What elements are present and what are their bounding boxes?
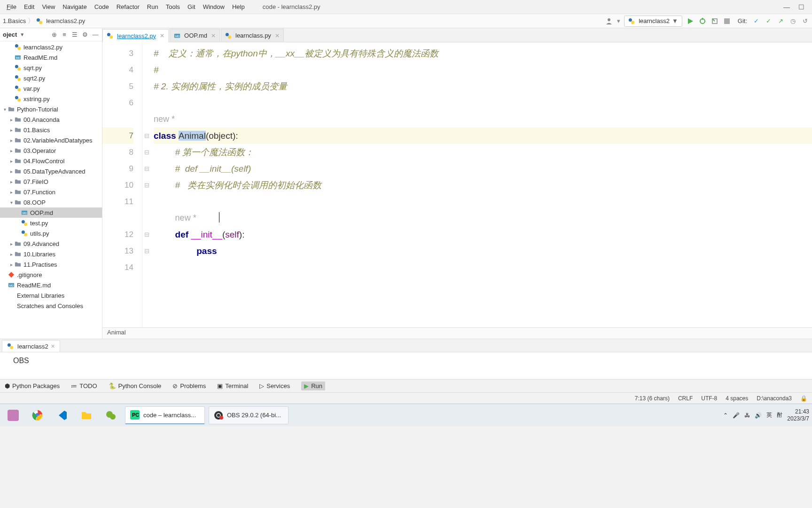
run-button[interactable]: [686, 17, 695, 25]
problems-button[interactable]: ⊘Problems: [172, 382, 206, 389]
folder-item[interactable]: ▾Python-Tutorial: [0, 104, 102, 114]
expand-all-icon[interactable]: ≡: [61, 31, 68, 39]
git-update-icon[interactable]: ✓: [752, 17, 760, 25]
editor[interactable]: 34567891011121314 ⊟⊟⊟⊟⊟⊟ # 定义：通常，在python…: [102, 42, 812, 327]
collapse-all-icon[interactable]: ☰: [71, 31, 78, 39]
app-icon-1[interactable]: [3, 406, 23, 424]
file-encoding[interactable]: UTF-8: [701, 395, 717, 402]
file-item[interactable]: sqrt2.py: [0, 73, 102, 83]
terminal-button[interactable]: ▣Terminal: [217, 382, 248, 389]
stop-button[interactable]: [723, 17, 731, 25]
run-tool-button[interactable]: ▶Run: [301, 381, 325, 390]
structure-breadcrumb[interactable]: Animal: [102, 327, 812, 339]
folder-item[interactable]: ▾08.OOP: [0, 197, 102, 207]
folder-item[interactable]: ▸03.Operator: [0, 145, 102, 156]
hide-icon[interactable]: —: [92, 31, 99, 39]
services-button[interactable]: ▷Services: [259, 382, 290, 389]
folder-item[interactable]: ▸04.FlowControl: [0, 156, 102, 166]
scratches[interactable]: Scratches and Consoles: [0, 301, 102, 311]
folder-item[interactable]: ▸11.Practises: [0, 259, 102, 270]
file-item[interactable]: sqrt.py: [0, 63, 102, 73]
run-tab[interactable]: learnclass2 ✕: [2, 340, 60, 352]
run-output-panel[interactable]: OBS: [0, 352, 812, 379]
minimize-button[interactable]: —: [783, 3, 790, 11]
file-item[interactable]: var.py: [0, 83, 102, 94]
menu-help[interactable]: Help: [228, 1, 249, 12]
editor-tab[interactable]: MDOOP.md✕: [170, 29, 220, 42]
close-icon[interactable]: ✕: [275, 32, 280, 39]
folder-item[interactable]: ▸02.VariableAndDatatypes: [0, 135, 102, 145]
volume-icon[interactable]: 🔊: [755, 412, 762, 419]
python-console-button[interactable]: 🐍Python Console: [109, 382, 162, 389]
fold-column[interactable]: ⊟⊟⊟⊟⊟⊟: [142, 42, 151, 327]
maximize-button[interactable]: ☐: [798, 3, 804, 11]
python-interpreter[interactable]: D:\anaconda3: [757, 395, 792, 402]
folder-item[interactable]: ▸09.Advanced: [0, 238, 102, 249]
cursor-position[interactable]: 7:13 (6 chars): [635, 395, 670, 402]
folder-item[interactable]: ▸05.DataTypeAdvanced: [0, 166, 102, 176]
select-opened-file-icon[interactable]: ⊕: [50, 31, 58, 39]
ime-indicator-2[interactable]: 酎: [777, 411, 782, 419]
folder-item[interactable]: ▸01.Basics: [0, 125, 102, 135]
folder-item[interactable]: ▸07.Function: [0, 187, 102, 197]
taskbar-app-pycharm[interactable]: PC code – learnclass...: [125, 406, 205, 424]
user-icon[interactable]: [605, 17, 613, 25]
code-content[interactable]: # 定义：通常，在python中，__xx__被定义为具有特殊含义的魔法函数 #…: [151, 42, 812, 327]
lock-icon[interactable]: 🔒: [800, 395, 807, 402]
python-packages-button[interactable]: ⬢Python Packages: [5, 382, 60, 389]
menu-run[interactable]: Run: [143, 1, 162, 12]
file-explorer-icon[interactable]: [76, 406, 97, 424]
close-icon[interactable]: ✕: [160, 32, 164, 39]
indent-settings[interactable]: 4 spaces: [726, 395, 748, 402]
menu-view[interactable]: View: [38, 1, 59, 12]
git-commit-icon[interactable]: ✓: [764, 17, 773, 25]
breadcrumb-part[interactable]: 1.Basics: [3, 17, 26, 24]
file-item[interactable]: learnclass2.py: [0, 42, 102, 52]
git-history-icon[interactable]: ◷: [789, 17, 797, 25]
wechat-icon[interactable]: [101, 406, 121, 424]
git-push-icon[interactable]: ↗: [776, 17, 785, 25]
file-item[interactable]: test.py: [0, 218, 102, 228]
debug-button[interactable]: [698, 17, 707, 25]
menu-navigate[interactable]: Navigate: [59, 1, 90, 12]
menu-refactor[interactable]: Refactor: [113, 1, 143, 12]
folder-item[interactable]: ▸00.Anaconda: [0, 114, 102, 125]
menu-code[interactable]: Code: [91, 1, 113, 12]
chrome-icon[interactable]: [27, 406, 48, 424]
file-item[interactable]: .gitignore: [0, 270, 102, 280]
file-item[interactable]: utils.py: [0, 228, 102, 238]
breadcrumb-part[interactable]: learnclass2.py: [46, 17, 85, 24]
editor-tab[interactable]: learnclass2.py✕: [102, 29, 169, 42]
project-tree[interactable]: learnclass2.pyMDReadME.mdsqrt.pysqrt2.py…: [0, 41, 102, 339]
file-item[interactable]: xstring.py: [0, 94, 102, 104]
menu-edit[interactable]: Edit: [20, 1, 38, 12]
vscode-icon[interactable]: [52, 406, 72, 424]
git-rollback-icon[interactable]: ↺: [801, 17, 809, 25]
line-gutter[interactable]: 34567891011121314: [102, 42, 142, 327]
taskbar-app-obs[interactable]: OBS 29.0.2 (64-bi...: [209, 406, 289, 424]
menu-file[interactable]: File: [3, 1, 20, 12]
network-icon[interactable]: 🖧: [744, 412, 750, 419]
editor-tab[interactable]: learnclass.py✕: [221, 29, 284, 42]
gear-icon[interactable]: ⚙: [81, 31, 89, 39]
clock[interactable]: 21:43 2023/3/7: [787, 408, 809, 422]
todo-button[interactable]: ≔TODO: [71, 382, 97, 389]
close-icon[interactable]: ✕: [211, 32, 216, 39]
folder-item[interactable]: ▸07.FileIO: [0, 176, 102, 187]
ime-indicator[interactable]: 英: [766, 411, 772, 419]
close-icon[interactable]: ✕: [51, 343, 55, 349]
file-item[interactable]: MDReadME.md: [0, 280, 102, 290]
chevron-down-icon[interactable]: ▼: [20, 32, 24, 37]
external-libraries[interactable]: External Libraries: [0, 290, 102, 301]
menu-tools[interactable]: Tools: [162, 1, 184, 12]
file-item[interactable]: MDReadME.md: [0, 52, 102, 63]
line-separator[interactable]: CRLF: [678, 395, 693, 402]
tray-chevron-up-icon[interactable]: ⌃: [723, 412, 728, 419]
file-item[interactable]: MDOOP.md: [0, 207, 102, 218]
microphone-icon[interactable]: 🎤: [733, 412, 740, 419]
run-configuration-dropdown[interactable]: learnclass2 ▼: [624, 16, 682, 27]
menu-git[interactable]: Git: [184, 1, 199, 12]
run-coverage-button[interactable]: [710, 17, 719, 25]
menu-window[interactable]: Window: [199, 1, 228, 12]
folder-item[interactable]: ▸10.Libraries: [0, 249, 102, 259]
